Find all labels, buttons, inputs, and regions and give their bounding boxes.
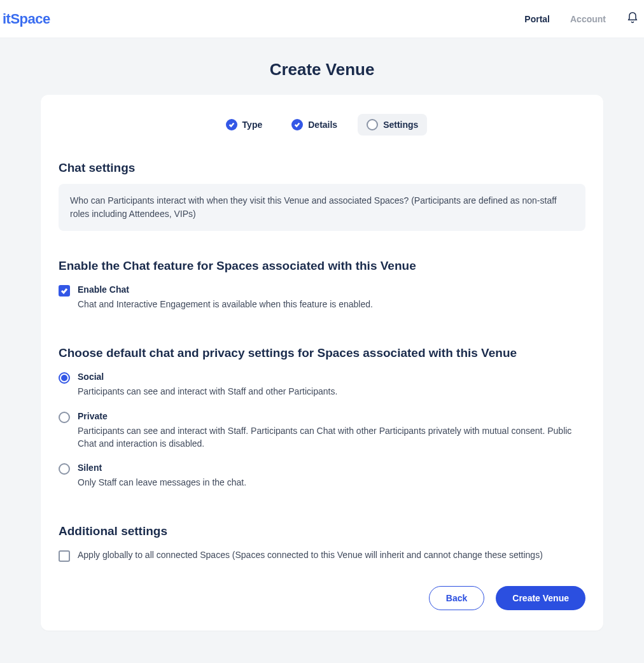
privacy-heading: Choose default chat and privacy settings…	[59, 346, 585, 360]
chat-settings-banner: Who can Participants interact with when …	[59, 184, 585, 231]
privacy-radio-social[interactable]	[59, 372, 70, 384]
nav-account[interactable]: Account	[570, 14, 606, 24]
apply-global-checkbox[interactable]	[59, 550, 70, 562]
form-card: Type Details Settings Chat settings Who …	[41, 95, 603, 631]
privacy-private-label: Private	[78, 411, 585, 421]
privacy-option-social: Social Participants can see and interact…	[59, 372, 585, 398]
privacy-radio-private[interactable]	[59, 412, 70, 423]
step-details[interactable]: Details	[283, 114, 346, 136]
enable-chat-heading: Enable the Chat feature for Spaces assoc…	[59, 259, 585, 273]
additional-heading: Additional settings	[59, 524, 585, 538]
nav-right: Portal Account	[524, 11, 644, 27]
page-title: Create Venue	[0, 60, 644, 80]
chat-settings-heading: Chat settings	[59, 161, 585, 175]
privacy-social-label: Social	[78, 372, 585, 382]
check-circle-icon	[291, 119, 303, 130]
app-logo: itSpace	[3, 11, 50, 27]
step-settings-label: Settings	[383, 120, 418, 130]
check-circle-icon	[226, 119, 237, 130]
step-settings[interactable]: Settings	[358, 114, 427, 136]
step-details-label: Details	[308, 120, 337, 130]
privacy-option-silent: Silent Only Staff can leave messages in …	[59, 463, 585, 489]
enable-chat-row: Enable Chat Chat and Interactive Engagem…	[59, 284, 585, 311]
privacy-radio-silent[interactable]	[59, 463, 70, 475]
enable-chat-checkbox[interactable]	[59, 285, 70, 297]
privacy-option-private: Private Participants can see and interac…	[59, 411, 585, 450]
privacy-social-desc: Participants can see and interact with S…	[78, 385, 585, 398]
form-actions: Back Create Venue	[59, 586, 585, 610]
apply-global-row: Apply globally to all connected Spaces (…	[59, 550, 585, 562]
bell-icon[interactable]	[626, 11, 639, 27]
privacy-silent-desc: Only Staff can leave messages in the cha…	[78, 476, 585, 489]
step-type-label: Type	[242, 120, 263, 130]
privacy-private-desc: Participants can see and interact with S…	[78, 424, 585, 450]
stepper: Type Details Settings	[59, 114, 585, 136]
step-type[interactable]: Type	[217, 114, 272, 136]
create-venue-button[interactable]: Create Venue	[496, 586, 585, 610]
enable-chat-desc: Chat and Interactive Engagement is avail…	[78, 298, 585, 311]
privacy-silent-label: Silent	[78, 463, 585, 473]
back-button[interactable]: Back	[429, 586, 484, 610]
enable-chat-label: Enable Chat	[78, 284, 585, 295]
apply-global-label: Apply globally to all connected Spaces (…	[78, 550, 585, 560]
top-bar: itSpace Portal Account	[0, 0, 644, 38]
nav-portal[interactable]: Portal	[524, 14, 550, 24]
pending-circle-icon	[367, 119, 378, 130]
